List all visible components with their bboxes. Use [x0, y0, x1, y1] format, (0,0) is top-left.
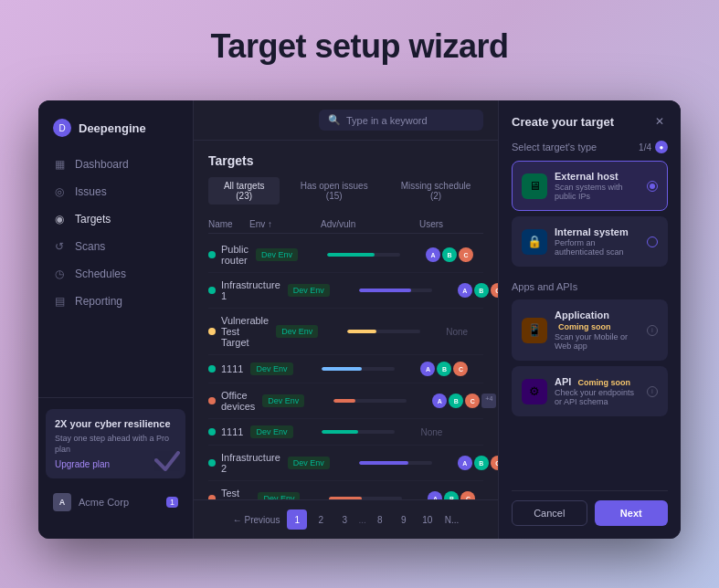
score-bar [327, 253, 400, 257]
page-btn-1[interactable]: 1 [287, 509, 307, 530]
user-avatars: A B C [426, 247, 490, 262]
page-btn-9[interactable]: 9 [394, 509, 414, 530]
score-bar [347, 330, 420, 333]
targets-icon: ◉ [55, 213, 68, 226]
sidebar-logo: D Deepengine [38, 111, 193, 152]
type-name: API Coming soon [555, 376, 640, 387]
table-row[interactable]: Infrastructure 1 Dev Env A B C +4 [208, 273, 483, 309]
workspace-name: Acme Corp [79, 497, 159, 508]
targets-title: Targets [208, 153, 483, 168]
type-info: External host Scan systems with public I… [555, 171, 640, 201]
env-badge: Dev Env [256, 248, 298, 261]
table-row[interactable]: Vulnerable Test Target Dev Env None [208, 309, 483, 355]
col-advvuln: Adv/vuln [321, 219, 412, 229]
table-header: Name Env ↑ Adv/vuln Users [208, 215, 483, 234]
avatar: A [458, 456, 472, 470]
page-btn-2[interactable]: 2 [311, 509, 331, 530]
type-option-application[interactable]: 📱 Application Coming soon Scan your Mobi… [512, 299, 668, 361]
env-badge: Dev Env [258, 492, 300, 499]
api-icon: ⚙ [522, 379, 547, 404]
page-btn-8[interactable]: 8 [370, 509, 390, 530]
env-badge: Dev Env [250, 425, 292, 438]
panel-header: Create your target ✕ [512, 113, 668, 130]
issues-icon: ◎ [55, 185, 68, 198]
avatar: C [465, 394, 480, 408]
avatar: A [458, 283, 472, 298]
sidebar-item-issues[interactable]: ◎ Issues [46, 179, 185, 205]
dashboard-icon: ▦ [55, 158, 68, 171]
filter-open-issues[interactable]: Has open issues (15) [285, 177, 383, 205]
create-target-panel: Create your target ✕ Select target's typ… [498, 100, 681, 539]
col-env: Env ↑ [249, 219, 313, 229]
sidebar-item-label: Schedules [75, 268, 126, 280]
table-row[interactable]: Test Server Dev Env A B C [208, 481, 483, 499]
prev-page-btn[interactable]: ← Previous [229, 515, 284, 525]
status-dot [208, 397, 216, 404]
workspace-badge: 1 [166, 497, 178, 508]
type-desc: Scan your Mobile or Web app [555, 332, 640, 351]
type-radio-internal [647, 236, 658, 247]
score-bar [359, 289, 432, 292]
table-row[interactable]: Public router Dev Env A B C [208, 237, 483, 273]
sidebar-item-schedules[interactable]: ◷ Schedules [46, 261, 185, 287]
extra-users-badge: +4 [481, 394, 496, 408]
sidebar-item-label: Targets [75, 213, 111, 226]
pagination: ← Previous 1 2 3 ... 8 9 10 N... [194, 499, 498, 539]
avatar: A [428, 491, 442, 499]
page-btn-10[interactable]: 10 [418, 509, 438, 530]
filter-all[interactable]: All targets (23) [208, 177, 280, 205]
filter-tabs: All targets (23) Has open issues (15) Mi… [208, 177, 483, 205]
user-avatars: A B C +4 [458, 283, 498, 298]
type-option-external-host[interactable]: 🖥 External host Scan systems with public… [512, 161, 668, 211]
page-dots: ... [358, 515, 365, 525]
sidebar-item-targets[interactable]: ◉ Targets [46, 206, 185, 232]
workspace-avatar: A [53, 493, 71, 511]
filter-missing-schedule[interactable]: Missing schedule (2) [388, 177, 483, 205]
avatar: C [491, 456, 498, 470]
sidebar-item-label: Issues [75, 185, 107, 198]
avatar: B [442, 247, 457, 262]
table-row[interactable]: 1111 Dev Env None [208, 419, 483, 446]
targets-table: Name Env ↑ Adv/vuln Users Public router … [208, 215, 483, 499]
search-placeholder: Type in a keyword [346, 115, 428, 126]
page-btn-3[interactable]: 3 [334, 509, 354, 530]
type-option-api[interactable]: ⚙ API Coming soon Check your endpoints o… [512, 366, 668, 416]
upgrade-checkmark-icon [149, 442, 185, 478]
type-option-internal-system[interactable]: 🔒 Internal system Perform an authenticat… [512, 216, 668, 267]
sidebar-item-reporting[interactable]: ▤ Reporting [46, 289, 185, 314]
type-info: API Coming soon Check your endpoints or … [555, 376, 640, 406]
step-text: 1/4 [639, 142, 651, 152]
avatar: B [474, 283, 489, 298]
upgrade-card: 2X your cyber resilience Stay one step a… [46, 409, 185, 478]
workspace-item[interactable]: A Acme Corp 1 [46, 488, 185, 517]
table-row[interactable]: 1111 Dev Env A B C [208, 355, 483, 383]
user-avatars: A B C [420, 362, 484, 376]
scans-icon: ↺ [55, 240, 68, 253]
avatar: C [491, 283, 498, 298]
table-row[interactable]: Office devices Dev Env A B C +4 [208, 383, 483, 419]
no-users: None [446, 327, 498, 337]
sidebar-item-dashboard[interactable]: ▦ Dashboard [46, 152, 185, 177]
next-page-btn[interactable]: N... [441, 515, 463, 525]
external-host-icon: 🖥 [522, 173, 547, 199]
apps-section-label: Apps and APIs [512, 281, 668, 292]
target-name: Infrastructure 1 [208, 279, 280, 301]
sidebar-item-scans[interactable]: ↺ Scans [46, 234, 185, 259]
env-badge: Dev Env [250, 362, 292, 375]
avatar: A [432, 394, 447, 408]
score-bar [359, 461, 432, 465]
section-type-header: Select target's type 1/4 ● [512, 141, 668, 153]
search-box[interactable]: 🔍 Type in a keyword [319, 110, 483, 131]
main-window: D Deepengine ▦ Dashboard ◎ Issues ◉ Targ… [38, 100, 681, 539]
status-dot [208, 328, 216, 335]
target-name: Infrastructure 2 [208, 452, 280, 474]
next-button[interactable]: Next [595, 500, 669, 526]
table-row[interactable]: Infrastructure 2 Dev Env A B C +6 [208, 446, 483, 481]
avatar: A [426, 247, 440, 262]
close-button[interactable]: ✕ [651, 113, 668, 130]
cancel-button[interactable]: Cancel [512, 500, 587, 526]
type-desc: Scan systems with public IPs [555, 183, 640, 201]
panel-title: Create your target [512, 115, 614, 129]
col-users: Users [419, 219, 483, 229]
col-name: Name [208, 219, 242, 229]
